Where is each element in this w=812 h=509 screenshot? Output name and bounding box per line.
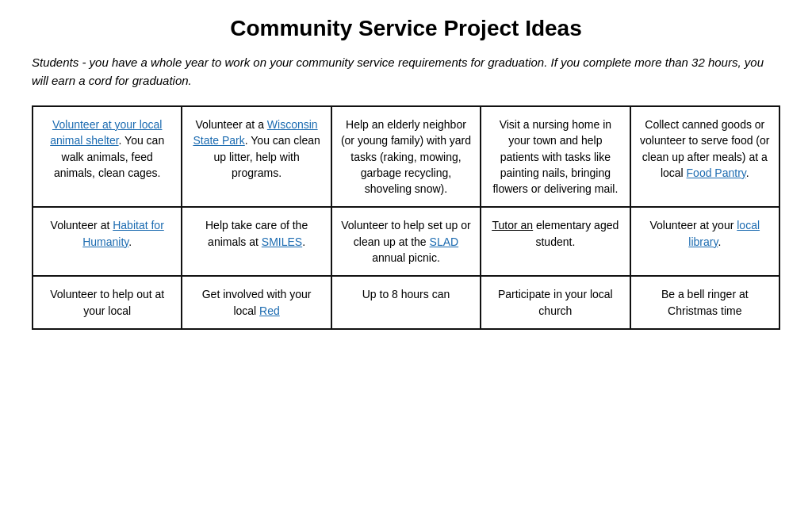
cell-1-5: Collect canned goods or volunteer to ser… (630, 106, 779, 207)
red-cross-link[interactable]: Red (259, 304, 280, 317)
wisconsin-state-park-link[interactable]: Wisconsin State Park (193, 118, 317, 147)
local-library-link[interactable]: local library (688, 219, 760, 247)
cell-2-5: Volunteer at your local library. (630, 207, 779, 276)
slad-link[interactable]: SLAD (430, 235, 459, 248)
cell-3-5: Be a bell ringer at Christmas time (630, 276, 779, 329)
table-row: Volunteer at Habitat for Humanity. Help … (33, 207, 779, 276)
animal-shelter-link[interactable]: Volunteer at your local animal shelter (50, 118, 162, 147)
cell-2-1: Volunteer at Habitat for Humanity. (33, 207, 182, 276)
habitat-link[interactable]: Habitat for Humanity (82, 219, 164, 247)
cell-3-3: Up to 8 hours can (331, 276, 481, 329)
cell-1-2: Volunteer at a Wisconsin State Park. You… (182, 106, 331, 207)
smiles-link[interactable]: SMILES (262, 235, 302, 248)
table-row: Volunteer to help out at your local Get … (33, 276, 779, 329)
food-pantry-link[interactable]: Food Pantry (687, 166, 746, 179)
table-row: Volunteer at your local animal shelter. … (33, 106, 779, 207)
cell-3-4: Participate in your local church (481, 276, 630, 329)
cell-2-4: Tutor an elementary aged student. (481, 207, 630, 276)
cell-3-2: Get involved with your local Red (182, 276, 331, 329)
cell-2-3: Volunteer to help set up or clean up at … (331, 207, 481, 276)
cell-1-3: Help an elderly neighbor (or young famil… (331, 106, 481, 207)
cell-3-1: Volunteer to help out at your local (33, 276, 182, 329)
ideas-table: Volunteer at your local animal shelter. … (32, 105, 780, 330)
tutor-text: Tutor an (492, 219, 533, 232)
cell-1-4: Visit a nursing home in your town and he… (481, 106, 630, 207)
page-title: Community Service Project Ideas (32, 16, 780, 41)
cell-2-2: Help take care of the animals at SMILES. (182, 207, 331, 276)
cell-1-1: Volunteer at your local animal shelter. … (33, 106, 182, 207)
page-subtitle: Students - you have a whole year to work… (32, 54, 780, 90)
